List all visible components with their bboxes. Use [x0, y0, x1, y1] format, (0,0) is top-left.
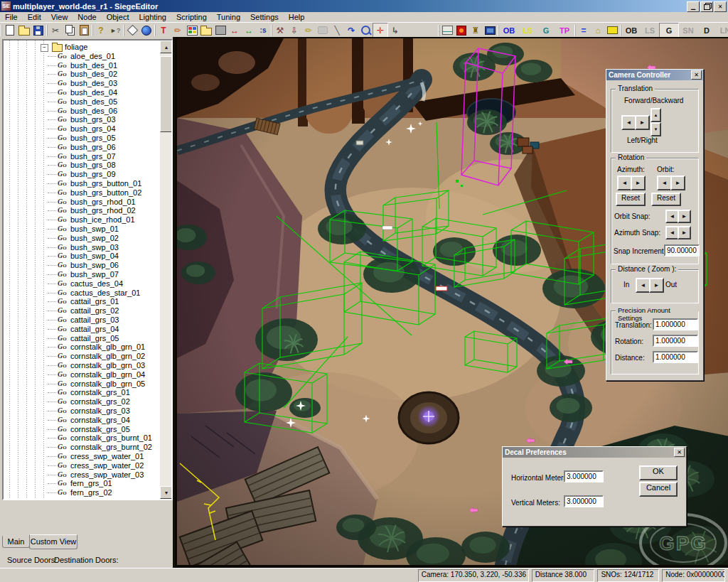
- orbit-right-button[interactable]: ►: [670, 176, 685, 190]
- azimuth-left-button[interactable]: ◄: [617, 176, 632, 190]
- vertical-meters-input[interactable]: [564, 495, 604, 507]
- menu-object[interactable]: Object: [102, 12, 134, 22]
- zoom-out-button[interactable]: ►: [649, 278, 664, 293]
- flag-d-button[interactable]: D: [697, 23, 716, 38]
- new-button[interactable]: [3, 23, 17, 38]
- snap-increment-input[interactable]: [664, 244, 700, 257]
- azimuth-reset-button[interactable]: Reset: [616, 193, 646, 206]
- tuning-tool-button[interactable]: [316, 23, 330, 38]
- line-tool-button[interactable]: ╲: [330, 23, 344, 38]
- text-tool-button[interactable]: T: [156, 23, 171, 38]
- azimuth-right-button[interactable]: ►: [631, 176, 646, 190]
- draw-pencil-button[interactable]: ✏: [171, 23, 185, 38]
- cancel-button[interactable]: Cancel: [639, 482, 678, 497]
- green-arrows-button[interactable]: ↔: [242, 23, 256, 38]
- move-tool-button[interactable]: ✛: [373, 23, 388, 38]
- find-zoom-button[interactable]: [358, 23, 373, 38]
- tree-item-label: bush_des_02: [70, 70, 117, 79]
- menu-edit[interactable]: Edit: [23, 12, 46, 22]
- menu-tuning[interactable]: Tuning: [212, 12, 245, 22]
- yellow-box-icon: [607, 26, 618, 34]
- toggle-tp-button[interactable]: TP: [555, 23, 574, 38]
- folder-view-button[interactable]: [199, 23, 213, 38]
- help-button[interactable]: ?: [94, 23, 108, 38]
- hammer-button[interactable]: ⚒: [273, 23, 287, 38]
- record-button[interactable]: [454, 23, 469, 38]
- menu-settings[interactable]: Settings: [245, 12, 284, 22]
- paste-button[interactable]: [77, 23, 91, 38]
- tab-main[interactable]: Main: [2, 536, 30, 548]
- menu-help[interactable]: Help: [284, 12, 310, 22]
- horizontal-meters-input[interactable]: [564, 470, 604, 483]
- tree-item-label: bush_grs_06: [70, 143, 116, 152]
- equals-button[interactable]: =: [577, 23, 591, 38]
- camera-controller-titlebar[interactable]: Camera Controller ✕: [606, 70, 703, 80]
- monitor-button[interactable]: [483, 23, 497, 38]
- decal-preferences-dialog[interactable]: Decal Preferences ✕ Horizontal Meters: V…: [502, 446, 687, 527]
- flag-ob-button[interactable]: OB: [622, 23, 641, 38]
- scroll-down-button[interactable]: ▼: [160, 486, 173, 499]
- path-arrow-button[interactable]: ↳: [388, 23, 402, 38]
- scroll-up-button[interactable]: ▲: [160, 41, 173, 53]
- tree-scrollbar[interactable]: ▲ ▼: [160, 41, 171, 499]
- node-tree[interactable]: −foliageGOaloe_des_01GObush_des_01GObush…: [2, 39, 173, 500]
- camera-controller-panel[interactable]: Camera Controller ✕ Translation Forward/…: [606, 69, 704, 381]
- scroll-thumb[interactable]: [160, 56, 173, 132]
- flag-sn-button[interactable]: SN: [679, 23, 697, 38]
- tree-connector: [48, 265, 56, 266]
- drop-node-button[interactable]: ⇩: [287, 23, 301, 38]
- restore-button[interactable]: [700, 1, 713, 12]
- flag-ln-button[interactable]: LN: [716, 23, 728, 38]
- toggle-ob-button[interactable]: OB: [500, 23, 518, 38]
- gizmo-icon: GO: [58, 261, 67, 271]
- left-arrow-button[interactable]: ◄: [621, 115, 636, 130]
- forward-backward-spinner[interactable]: ▲▼: [651, 108, 661, 136]
- menu-file[interactable]: File: [0, 12, 23, 22]
- script-button[interactable]: :s: [256, 23, 270, 38]
- precision-translation-input[interactable]: [653, 318, 698, 330]
- title-bar[interactable]: SE multiplayer_world-des_r1 - SiegeEdito…: [0, 0, 728, 12]
- precision-distance-input[interactable]: [653, 351, 698, 363]
- node-tool-button[interactable]: [125, 23, 139, 38]
- right-arrow-button[interactable]: ►: [635, 115, 650, 130]
- azimuth-snap-right-button[interactable]: ►: [678, 226, 691, 239]
- minimize-button[interactable]: ▁: [687, 1, 700, 12]
- nav-orb-button[interactable]: [139, 23, 154, 38]
- home-button[interactable]: ⌂: [591, 23, 605, 38]
- gizmo-icon: GO: [58, 497, 67, 500]
- menu-scripting[interactable]: Scripting: [171, 12, 212, 22]
- close-icon[interactable]: ✕: [691, 70, 702, 80]
- close-icon[interactable]: ✕: [674, 448, 685, 457]
- menu-lighting[interactable]: Lighting: [134, 12, 171, 22]
- close-button[interactable]: ✕: [714, 1, 727, 12]
- cut-button[interactable]: ✂: [48, 23, 63, 38]
- ok-button[interactable]: OK: [639, 465, 678, 480]
- context-help-button[interactable]: ►?: [108, 23, 122, 38]
- orbit-reset-button[interactable]: Reset: [651, 193, 681, 206]
- rotate-arrow-button[interactable]: ↷: [344, 23, 358, 38]
- menu-node[interactable]: Node: [73, 12, 101, 22]
- decal-titlebar[interactable]: Decal Preferences ✕: [503, 447, 686, 458]
- orbit-snap-right-button[interactable]: ►: [678, 210, 691, 223]
- graph-view-button[interactable]: [440, 23, 454, 38]
- collapse-icon[interactable]: −: [41, 44, 48, 52]
- movie-capture-button[interactable]: [213, 23, 228, 38]
- toggle-ls-button[interactable]: LS: [518, 23, 537, 38]
- menu-view[interactable]: View: [46, 12, 73, 22]
- tab-custom-view[interactable]: Custom View: [29, 534, 77, 549]
- orbit-left-button[interactable]: ◄: [657, 176, 672, 190]
- castle-button[interactable]: ♜: [469, 23, 483, 38]
- flag-g-button[interactable]: G: [659, 23, 679, 38]
- save-button[interactable]: [31, 23, 46, 38]
- toggle-g-button[interactable]: G: [537, 23, 555, 38]
- zoom-in-button[interactable]: ◄: [636, 278, 651, 293]
- yellow-box-button[interactable]: [605, 23, 619, 38]
- gizmo-icon: GO: [58, 61, 67, 71]
- flag-ls-button[interactable]: LS: [641, 23, 659, 38]
- red-arrows-button[interactable]: ↔: [228, 23, 242, 38]
- precision-rotation-input[interactable]: [653, 335, 698, 347]
- open-button[interactable]: [17, 23, 31, 38]
- edit-pencil-button[interactable]: ✏: [301, 23, 316, 38]
- copy-button[interactable]: [63, 23, 77, 38]
- palette-button[interactable]: [185, 23, 199, 38]
